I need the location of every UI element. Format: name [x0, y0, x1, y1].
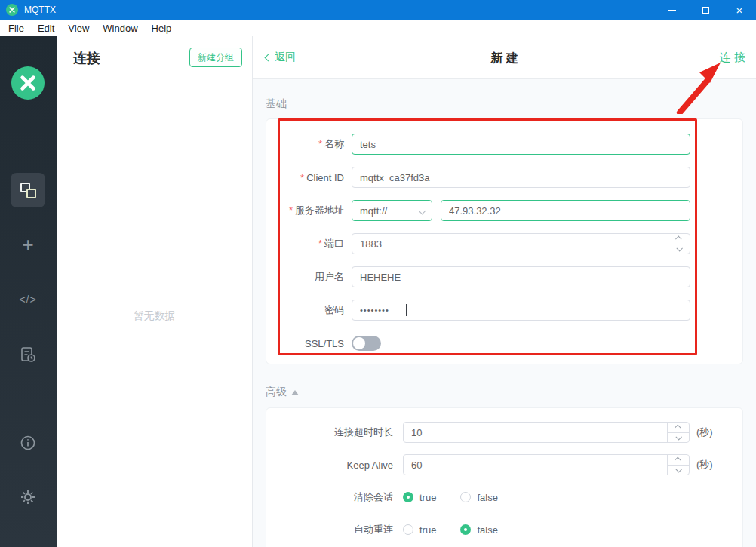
mqttx-logo-icon — [11, 66, 45, 100]
window-titlebar: MQTTX × — [0, 0, 756, 20]
host-label: *服务器地址 — [266, 204, 352, 217]
clean-session-true-radio[interactable] — [403, 492, 413, 502]
toggle-knob — [353, 337, 365, 349]
connect-button[interactable]: 连 接 — [720, 51, 745, 65]
password-row: 密码 — [266, 300, 690, 321]
name-label: *名称 — [266, 137, 352, 151]
sidebar-item-settings[interactable] — [11, 480, 45, 515]
sidebar: + </> — [0, 36, 57, 547]
radio-label[interactable]: false — [477, 524, 497, 536]
minimize-icon — [668, 10, 676, 11]
spin-up-button[interactable] — [668, 423, 689, 432]
username-row: 用户名 — [266, 266, 690, 287]
chevron-down-icon — [676, 245, 682, 251]
menu-window[interactable]: Window — [96, 20, 144, 36]
host-row: *服务器地址 — [266, 200, 690, 221]
menu-edit[interactable]: Edit — [31, 20, 61, 36]
auto-reconnect-false-radio[interactable] — [460, 524, 471, 535]
menu-view[interactable]: View — [61, 20, 96, 36]
timeout-row: 连接超时时长 (秒) — [266, 422, 690, 443]
host-input[interactable] — [441, 200, 690, 221]
main-content: 返回 新 建 连 接 基础 *名称 *Client ID *服务器地址 — [253, 36, 756, 547]
advanced-section-title[interactable]: 高级 — [266, 386, 299, 399]
settings-gear-icon — [20, 489, 36, 506]
chevron-up-icon — [675, 236, 681, 242]
close-button[interactable]: × — [728, 0, 751, 20]
keepalive-unit: (秒) — [696, 458, 713, 472]
timeout-label: 连接超时时长 — [266, 426, 403, 439]
port-input[interactable] — [352, 233, 690, 254]
auto-reconnect-true-radio[interactable] — [403, 524, 413, 535]
name-row: *名称 — [266, 134, 690, 155]
maximize-icon — [702, 7, 709, 14]
text-cursor — [406, 304, 407, 316]
radio-label[interactable]: true — [419, 524, 436, 536]
client-id-row: *Client ID — [266, 167, 690, 188]
username-input[interactable] — [352, 266, 690, 287]
timeout-spinner — [667, 423, 689, 442]
connections-panel-title: 连接 — [73, 49, 100, 67]
app-logo-icon — [6, 4, 18, 16]
client-id-label: *Client ID — [266, 172, 352, 183]
port-label: *端口 — [266, 237, 352, 250]
main-header: 返回 新 建 连 接 — [253, 36, 756, 79]
spin-up-button[interactable] — [668, 234, 690, 244]
sidebar-item-about[interactable] — [11, 426, 45, 460]
connections-panel: 连接 新建分组 暂无数据 — [57, 36, 253, 547]
empty-state-text: 暂无数据 — [57, 309, 252, 323]
port-spinner — [668, 234, 690, 254]
maximize-button[interactable] — [694, 0, 717, 20]
ssl-label: SSL/TLS — [266, 338, 352, 349]
client-id-input[interactable] — [352, 167, 690, 188]
spin-down-button[interactable] — [668, 244, 690, 254]
ssl-toggle[interactable] — [352, 336, 381, 351]
log-icon — [20, 346, 36, 363]
chevron-up-icon — [675, 457, 681, 463]
basic-section-title: 基础 — [266, 97, 287, 111]
name-input[interactable] — [352, 134, 690, 155]
radio-label[interactable]: true — [419, 492, 436, 503]
sidebar-item-connections[interactable] — [11, 173, 45, 207]
advanced-form-card: 连接超时时长 (秒) Keep Alive — [266, 407, 743, 547]
chevron-down-icon — [675, 466, 681, 472]
spin-down-button[interactable] — [668, 465, 689, 475]
timeout-unit: (秒) — [696, 426, 713, 439]
protocol-select[interactable] — [352, 200, 432, 221]
new-group-button[interactable]: 新建分组 — [189, 48, 242, 67]
plus-icon: + — [22, 235, 33, 254]
menu-help[interactable]: Help — [145, 20, 179, 36]
keepalive-spinner — [667, 455, 689, 475]
port-row: *端口 — [266, 233, 690, 254]
sidebar-item-script[interactable]: </> — [11, 282, 45, 317]
menu-bar: File Edit View Window Help — [0, 20, 756, 36]
connections-icon — [20, 183, 36, 198]
sidebar-item-log[interactable] — [11, 337, 45, 372]
sidebar-item-new-connection[interactable]: + — [11, 227, 45, 262]
chevron-up-icon — [675, 425, 681, 431]
clean-session-label: 清除会话 — [266, 490, 403, 504]
timeout-input[interactable] — [403, 422, 690, 443]
menu-file[interactable]: File — [2, 20, 31, 36]
clean-session-false-radio[interactable] — [460, 492, 471, 502]
username-label: 用户名 — [266, 270, 352, 284]
spin-down-button[interactable] — [668, 432, 689, 443]
clean-session-row: 清除会话 true false — [266, 487, 690, 508]
minimize-button[interactable] — [660, 0, 683, 20]
spin-up-button[interactable] — [668, 455, 689, 465]
auto-reconnect-label: 自动重连 — [266, 523, 403, 536]
ssl-row: SSL/TLS — [266, 333, 690, 354]
window-title: MQTTX — [24, 5, 56, 15]
basic-form-card: *名称 *Client ID *服务器地址 *端口 — [266, 118, 743, 364]
collapse-triangle-icon — [291, 390, 299, 395]
keepalive-row: Keep Alive (秒) — [266, 454, 690, 475]
keepalive-label: Keep Alive — [266, 459, 403, 471]
auto-reconnect-row: 自动重连 true false — [266, 519, 690, 540]
page-title: 新 建 — [253, 51, 756, 66]
code-icon: </> — [19, 293, 36, 306]
radio-label[interactable]: false — [477, 492, 497, 503]
info-icon — [20, 435, 36, 451]
password-input[interactable] — [352, 300, 690, 321]
close-icon: × — [736, 4, 743, 17]
password-label: 密码 — [266, 303, 352, 317]
keepalive-input[interactable] — [403, 454, 690, 475]
